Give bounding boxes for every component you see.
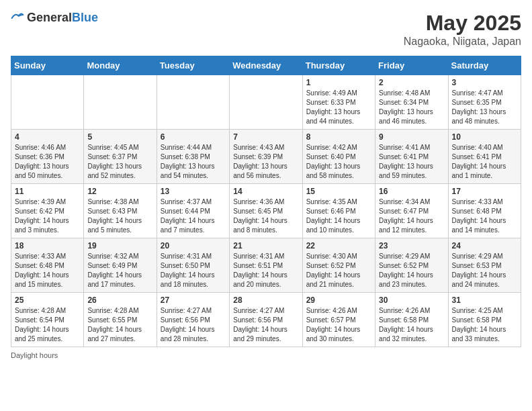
day-info: Sunrise: 4:39 AM Sunset: 6:42 PM Dayligh…	[15, 197, 80, 235]
day-number: 29	[306, 295, 371, 305]
day-info: Sunrise: 4:32 AM Sunset: 6:49 PM Dayligh…	[87, 252, 152, 289]
day-number: 11	[15, 187, 80, 196]
day-number: 14	[233, 187, 298, 196]
day-number: 5	[87, 132, 152, 142]
day-info: Sunrise: 4:40 AM Sunset: 6:41 PM Dayligh…	[452, 143, 517, 181]
calendar-cell	[11, 75, 84, 130]
day-info: Sunrise: 4:38 AM Sunset: 6:43 PM Dayligh…	[87, 197, 152, 235]
day-info: Sunrise: 4:28 AM Sunset: 6:55 PM Dayligh…	[87, 306, 152, 344]
day-number: 22	[306, 241, 371, 250]
day-info: Sunrise: 4:44 AM Sunset: 6:38 PM Dayligh…	[161, 143, 226, 181]
day-number: 2	[379, 78, 444, 87]
calendar-week-5: 25Sunrise: 4:28 AM Sunset: 6:54 PM Dayli…	[11, 293, 521, 347]
location-title: Nagaoka, Niigata, Japan	[404, 36, 521, 48]
calendar-cell: 11Sunrise: 4:39 AM Sunset: 6:42 PM Dayli…	[11, 184, 84, 238]
day-number: 18	[15, 241, 80, 250]
day-number: 10	[452, 132, 517, 142]
day-info: Sunrise: 4:41 AM Sunset: 6:41 PM Dayligh…	[379, 143, 444, 181]
calendar-cell: 2Sunrise: 4:48 AM Sunset: 6:34 PM Daylig…	[375, 75, 448, 130]
weekday-header-saturday: Saturday	[448, 56, 521, 75]
calendar-cell: 24Sunrise: 4:29 AM Sunset: 6:53 PM Dayli…	[448, 238, 521, 293]
day-info: Sunrise: 4:26 AM Sunset: 6:58 PM Dayligh…	[379, 306, 444, 344]
day-number: 19	[87, 241, 152, 250]
weekday-header-wednesday: Wednesday	[230, 56, 302, 75]
calendar-cell: 18Sunrise: 4:33 AM Sunset: 6:48 PM Dayli…	[11, 238, 84, 293]
day-number: 17	[452, 187, 517, 196]
day-info: Sunrise: 4:37 AM Sunset: 6:44 PM Dayligh…	[161, 197, 226, 235]
day-number: 13	[161, 187, 226, 196]
calendar-cell: 31Sunrise: 4:25 AM Sunset: 6:58 PM Dayli…	[448, 293, 521, 347]
calendar-cell: 4Sunrise: 4:46 AM Sunset: 6:36 PM Daylig…	[11, 130, 84, 184]
day-info: Sunrise: 4:29 AM Sunset: 6:53 PM Dayligh…	[452, 252, 517, 289]
day-info: Sunrise: 4:46 AM Sunset: 6:36 PM Dayligh…	[15, 143, 80, 181]
day-info: Sunrise: 4:43 AM Sunset: 6:39 PM Dayligh…	[233, 143, 298, 181]
day-info: Sunrise: 4:36 AM Sunset: 6:45 PM Dayligh…	[233, 197, 298, 235]
calendar-cell: 17Sunrise: 4:33 AM Sunset: 6:48 PM Dayli…	[448, 184, 521, 238]
day-info: Sunrise: 4:27 AM Sunset: 6:56 PM Dayligh…	[161, 306, 226, 344]
calendar-week-3: 11Sunrise: 4:39 AM Sunset: 6:42 PM Dayli…	[11, 184, 521, 238]
calendar-table: SundayMondayTuesdayWednesdayThursdayFrid…	[11, 56, 521, 347]
title-block: May 2025 Nagaoka, Niigata, Japan	[404, 11, 521, 48]
day-number: 3	[452, 78, 517, 87]
day-info: Sunrise: 4:26 AM Sunset: 6:57 PM Dayligh…	[306, 306, 371, 344]
calendar-week-4: 18Sunrise: 4:33 AM Sunset: 6:48 PM Dayli…	[11, 238, 521, 293]
calendar-cell: 26Sunrise: 4:28 AM Sunset: 6:55 PM Dayli…	[84, 293, 157, 347]
calendar-week-1: 1Sunrise: 4:49 AM Sunset: 6:33 PM Daylig…	[11, 75, 521, 130]
day-info: Sunrise: 4:48 AM Sunset: 6:34 PM Dayligh…	[379, 89, 444, 126]
day-number: 6	[161, 132, 226, 142]
day-number: 28	[233, 295, 298, 305]
day-info: Sunrise: 4:31 AM Sunset: 6:51 PM Dayligh…	[233, 252, 298, 289]
calendar-cell: 10Sunrise: 4:40 AM Sunset: 6:41 PM Dayli…	[448, 130, 521, 184]
weekday-header-thursday: Thursday	[302, 56, 375, 75]
weekday-header-row: SundayMondayTuesdayWednesdayThursdayFrid…	[11, 56, 521, 75]
calendar-cell: 5Sunrise: 4:45 AM Sunset: 6:37 PM Daylig…	[84, 130, 157, 184]
day-number: 27	[161, 295, 226, 305]
calendar-cell: 23Sunrise: 4:29 AM Sunset: 6:52 PM Dayli…	[375, 238, 448, 293]
calendar-cell: 21Sunrise: 4:31 AM Sunset: 6:51 PM Dayli…	[230, 238, 302, 293]
weekday-header-monday: Monday	[84, 56, 157, 75]
calendar-cell: 27Sunrise: 4:27 AM Sunset: 6:56 PM Dayli…	[157, 293, 229, 347]
day-info: Sunrise: 4:25 AM Sunset: 6:58 PM Dayligh…	[452, 306, 517, 344]
day-info: Sunrise: 4:47 AM Sunset: 6:35 PM Dayligh…	[452, 89, 517, 126]
calendar-cell: 3Sunrise: 4:47 AM Sunset: 6:35 PM Daylig…	[448, 75, 521, 130]
footer-note: Daylight hours	[11, 351, 521, 359]
calendar-cell: 6Sunrise: 4:44 AM Sunset: 6:38 PM Daylig…	[157, 130, 229, 184]
day-info: Sunrise: 4:30 AM Sunset: 6:52 PM Dayligh…	[306, 252, 371, 289]
calendar-cell: 8Sunrise: 4:42 AM Sunset: 6:40 PM Daylig…	[302, 130, 375, 184]
calendar-cell	[84, 75, 157, 130]
calendar-cell: 9Sunrise: 4:41 AM Sunset: 6:41 PM Daylig…	[375, 130, 448, 184]
calendar-cell: 12Sunrise: 4:38 AM Sunset: 6:43 PM Dayli…	[84, 184, 157, 238]
calendar-cell: 22Sunrise: 4:30 AM Sunset: 6:52 PM Dayli…	[302, 238, 375, 293]
day-info: Sunrise: 4:27 AM Sunset: 6:56 PM Dayligh…	[233, 306, 298, 344]
day-number: 23	[379, 241, 444, 250]
calendar-cell: 15Sunrise: 4:35 AM Sunset: 6:46 PM Dayli…	[302, 184, 375, 238]
calendar-cell: 30Sunrise: 4:26 AM Sunset: 6:58 PM Dayli…	[375, 293, 448, 347]
day-number: 24	[452, 241, 517, 250]
logo-icon	[11, 11, 24, 25]
logo-general-text: General	[27, 11, 72, 24]
page-header: GeneralBlue May 2025 Nagaoka, Niigata, J…	[11, 11, 521, 48]
day-number: 31	[452, 295, 517, 305]
day-info: Sunrise: 4:28 AM Sunset: 6:54 PM Dayligh…	[15, 306, 80, 344]
day-info: Sunrise: 4:33 AM Sunset: 6:48 PM Dayligh…	[15, 252, 80, 289]
day-info: Sunrise: 4:45 AM Sunset: 6:37 PM Dayligh…	[87, 143, 152, 181]
calendar-cell: 7Sunrise: 4:43 AM Sunset: 6:39 PM Daylig…	[230, 130, 302, 184]
calendar-week-2: 4Sunrise: 4:46 AM Sunset: 6:36 PM Daylig…	[11, 130, 521, 184]
day-number: 9	[379, 132, 444, 142]
weekday-header-friday: Friday	[375, 56, 448, 75]
calendar-cell	[157, 75, 229, 130]
month-title: May 2025	[404, 11, 521, 36]
day-info: Sunrise: 4:29 AM Sunset: 6:52 PM Dayligh…	[379, 252, 444, 289]
day-number: 16	[379, 187, 444, 196]
logo-blue-text: Blue	[72, 11, 98, 24]
day-number: 7	[233, 132, 298, 142]
day-info: Sunrise: 4:49 AM Sunset: 6:33 PM Dayligh…	[306, 89, 371, 126]
calendar-cell: 1Sunrise: 4:49 AM Sunset: 6:33 PM Daylig…	[302, 75, 375, 130]
day-number: 8	[306, 132, 371, 142]
day-info: Sunrise: 4:42 AM Sunset: 6:40 PM Dayligh…	[306, 143, 371, 181]
calendar-cell: 19Sunrise: 4:32 AM Sunset: 6:49 PM Dayli…	[84, 238, 157, 293]
day-number: 21	[233, 241, 298, 250]
logo: GeneralBlue	[11, 11, 98, 25]
calendar-cell: 14Sunrise: 4:36 AM Sunset: 6:45 PM Dayli…	[230, 184, 302, 238]
calendar-cell	[230, 75, 302, 130]
